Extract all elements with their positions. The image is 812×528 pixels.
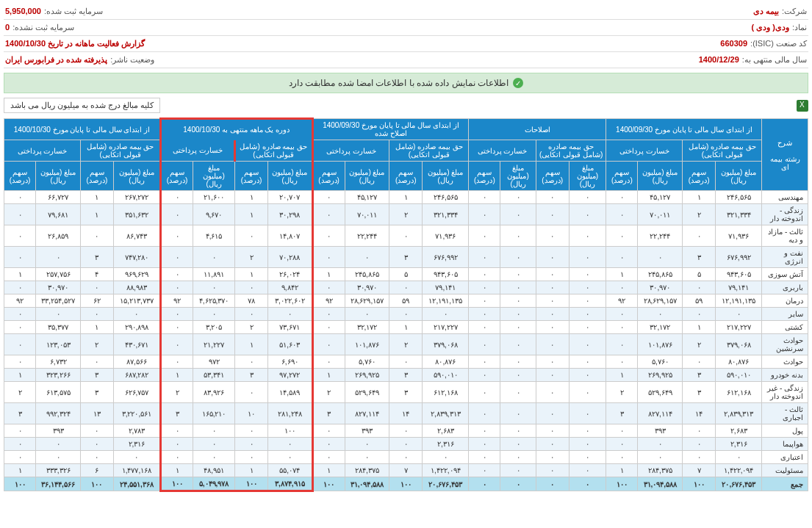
col-percent: سهم (درصد) [389, 162, 423, 191]
cell: ۳۳۳,۳۲۶ [36, 464, 81, 477]
cell: ۲,۷۸۳ [113, 424, 160, 438]
cell: ۳ [81, 369, 114, 382]
cell: ۲۴,۵۵۱,۳۶۸ [113, 477, 160, 491]
cell: ۵ [683, 268, 716, 281]
row-label: سایر [762, 308, 808, 321]
cell: ۹,۶۷۰ [193, 204, 235, 225]
cell: ۲,۶۸۳ [423, 424, 469, 438]
fy-value: 1400/12/29 [699, 55, 739, 65]
cell: ۳ [683, 247, 716, 268]
col-amount: مبلغ (میلیون ریال) [193, 162, 235, 191]
cell: ۱۰۱,۸۷۶ [638, 334, 683, 355]
table-row: سایر۰۰۰۰۰۰۰۰۰۰۰۰۰۰۰۰۰۰۰۰ [4, 308, 808, 321]
cell: ۰ [4, 424, 36, 438]
cell: ۰ [4, 281, 36, 294]
cell: ۱۵,۲۱۳,۷۳۷ [113, 294, 160, 308]
cell: ۱ [81, 321, 114, 334]
cell: ۰ [235, 382, 268, 403]
col-desc: شرحرشته بیمه ای [762, 119, 808, 191]
cell: ۱ [389, 191, 423, 204]
cell: ۲۵۷,۷۵۶ [36, 268, 81, 281]
sub-loss-3: خسارت پرداختی [312, 140, 389, 162]
cell: ۰ [683, 225, 716, 247]
cell: ۰ [683, 438, 716, 451]
excel-export-icon[interactable] [797, 100, 808, 112]
cell: ۳۹۳ [345, 424, 389, 438]
cell: ۰ [536, 382, 569, 403]
header-row-1: شرکت:بیمه دی سرمایه ثبت شده:5,950,000 [4, 4, 808, 20]
isic-label: کد صنعت (ISIC): [750, 39, 807, 48]
cell: ۰ [193, 451, 235, 464]
cell: ۰ [312, 438, 345, 451]
cell: ۰ [569, 382, 606, 403]
cell: ۰ [113, 308, 160, 321]
cell: ۰ [569, 424, 606, 438]
cell: ۰ [81, 424, 114, 438]
cell: ۰ [569, 321, 606, 334]
cell: ۱۰۰ [389, 477, 423, 491]
cell: ۰ [683, 451, 716, 464]
cell: ۶۱۲,۱۶۸ [423, 382, 469, 403]
cell: ۱ [235, 334, 268, 355]
cell: ۰ [683, 308, 716, 321]
cell: ۰ [389, 451, 423, 464]
cell: ۹۹۲,۳۲۴ [36, 403, 81, 424]
cell: ۱ [312, 268, 345, 281]
cell: ۶۱۳,۵۷۵ [36, 382, 81, 403]
cell: ۲۲,۲۴۴ [345, 225, 389, 247]
cell: ۳ [389, 382, 423, 403]
cell: ۳ [683, 369, 716, 382]
cell: ۲۴۵,۸۶۵ [345, 268, 389, 281]
cell: ۰ [469, 438, 500, 451]
cell: ۱ [606, 268, 638, 281]
cell: ۷ [389, 464, 423, 477]
cell: ۸۸,۹۸۳ [113, 281, 160, 294]
cell: ۰ [312, 281, 345, 294]
cell: ۰ [81, 451, 114, 464]
table-row: اعتباری۰۰۰۰۰۰۰۰۰۰۰۰۰۰۰۰۰۰۰۰ [4, 451, 808, 464]
cell: ۰ [161, 334, 193, 355]
cell: ۲ [389, 204, 423, 225]
cell: ۱ [161, 369, 193, 382]
group-5: از ابتدای سال مالی تا پایان مورخ 1400/10… [4, 119, 161, 140]
cell: ۳۶,۱۴۴,۵۶۶ [36, 477, 81, 491]
cell: ۰ [235, 451, 268, 464]
cell: ۰ [469, 294, 500, 308]
cell: ۰ [267, 451, 312, 464]
cell: ۰ [536, 268, 569, 281]
cell: ۰ [500, 247, 536, 268]
col-percent: سهم (درصد) [161, 162, 193, 191]
cell: ۰ [312, 308, 345, 321]
cell: ۳ [389, 369, 423, 382]
cell: ۰ [161, 438, 193, 451]
table-row: آتش سوزی۹۴۳,۶۰۵۵۲۴۵,۸۶۵۱۰۰۰۰۹۴۳,۶۰۵۵۲۴۵,… [4, 268, 808, 281]
cell: ۰ [569, 247, 606, 268]
cell: ۰ [469, 268, 500, 281]
cell: ۳ [606, 403, 638, 424]
cell: ۵۹۰,۰۱۰ [716, 369, 762, 382]
cell: ۰ [683, 281, 716, 294]
cell: ۰ [536, 355, 569, 369]
cell: ۷۰,۲۸۸ [267, 247, 312, 268]
cell: ۱ [235, 464, 268, 477]
cell: ۲ [683, 334, 716, 355]
col-percent: سهم (درصد) [4, 162, 36, 191]
cell: ۰ [536, 464, 569, 477]
cell: ۶۷۶,۹۹۲ [716, 247, 762, 268]
status-label: وضعیت ناشر: [110, 55, 154, 65]
cell: ۰ [4, 204, 36, 225]
cell: ۴,۶۲۵,۳۷۰ [193, 294, 235, 308]
col-percent: سهم (درصد) [81, 162, 114, 191]
cell: ۳۲۱,۳۳۴ [423, 204, 469, 225]
cell: ۳۰,۹۷۰ [345, 281, 389, 294]
cell: ۰ [161, 191, 193, 204]
cell: ۵۹ [389, 294, 423, 308]
cell: ۰ [193, 438, 235, 451]
col-amount: مبلغ (میلیون ریال) [423, 162, 469, 191]
cell: ۱ [4, 464, 36, 477]
cell: ۱ [312, 369, 345, 382]
cell: ۰ [345, 308, 389, 321]
cell: ۰ [312, 191, 345, 204]
cell: ۰ [81, 225, 114, 247]
cell: ۸۰,۸۷۶ [423, 355, 469, 369]
